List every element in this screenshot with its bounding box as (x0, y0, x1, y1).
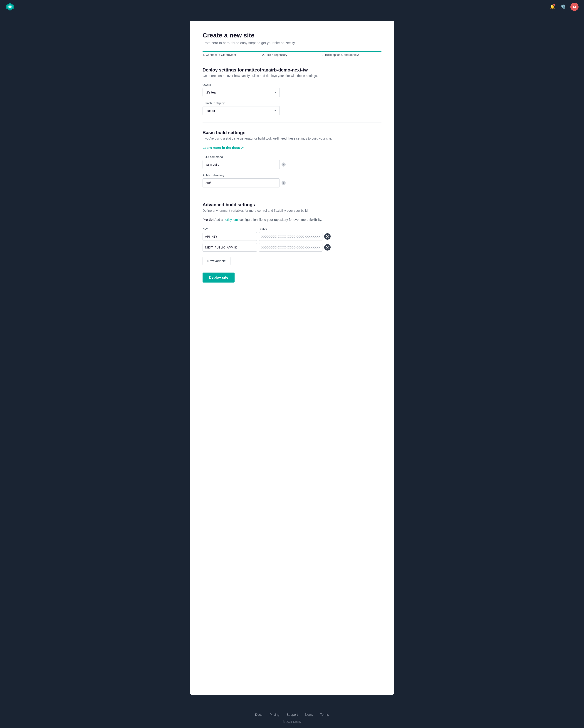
pro-tip: Pro tip! Add a netlify.toml configuratio… (203, 218, 381, 222)
basic-build-title: Basic build settings (203, 130, 381, 135)
footer-copyright: © 2021 Netlify (0, 720, 584, 724)
footer: Docs Pricing Support News Terms © 2021 N… (0, 704, 584, 728)
env-remove-btn-2[interactable] (324, 244, 331, 251)
netlify-toml-link[interactable]: netlify.toml (224, 218, 239, 222)
step-2-label: 2. Pick a repository (262, 53, 322, 56)
notification-dot (553, 4, 555, 6)
page-wrapper: Create a new site From zero to hero, thr… (0, 14, 584, 695)
logo[interactable] (5, 2, 15, 11)
build-command-input-wrapper: i (203, 160, 381, 169)
deploy-settings-desc: Get more control over how Netlify builds… (203, 74, 381, 78)
advanced-build-title: Advanced build settings (203, 202, 381, 207)
step-1-label: 1. Connect to Git provider (203, 53, 262, 56)
env-key-input-1[interactable] (203, 232, 257, 241)
branch-form-group: Branch to deploy master (203, 101, 381, 115)
header: 🔔 ⚙️ M (0, 0, 584, 14)
steps-container: 1. Connect to Git provider 2. Pick a rep… (203, 51, 381, 56)
footer-link-support[interactable]: Support (286, 713, 298, 717)
pro-tip-suffix: configuration file to your repository fo… (239, 218, 322, 222)
notification-bell-icon[interactable]: 🔔 (549, 3, 556, 10)
advanced-build-desc: Define environment variables for more co… (203, 209, 381, 212)
owner-form-group: Owner f2's team (203, 83, 381, 97)
learn-more-link[interactable]: Learn more in the docs ↗ (203, 146, 244, 150)
new-variable-wrapper: New variable (203, 254, 381, 272)
divider-1 (203, 123, 381, 123)
deploy-site-button[interactable]: Deploy site (203, 272, 234, 283)
env-value-input-1[interactable] (259, 232, 323, 241)
branch-label: Branch to deploy (203, 101, 381, 105)
pro-tip-strong: Pro tip! (203, 218, 214, 222)
basic-build-desc: If you're using a static site generator … (203, 137, 381, 140)
build-command-label: Build command (203, 155, 381, 159)
avatar[interactable]: M (570, 3, 579, 11)
close-icon-1 (326, 235, 329, 238)
env-value-input-2[interactable] (259, 243, 323, 252)
owner-select[interactable]: f2's team (203, 88, 280, 97)
deploy-settings-title: Deploy settings for matteofrana/rb-demo-… (203, 68, 381, 73)
env-row-1 (203, 232, 381, 241)
build-command-info-icon[interactable]: i (282, 162, 286, 166)
header-actions: 🔔 ⚙️ M (549, 3, 579, 11)
settings-icon[interactable]: ⚙️ (559, 3, 567, 10)
owner-label: Owner (203, 83, 381, 86)
step-3-bar (322, 51, 381, 52)
footer-link-terms[interactable]: Terms (320, 713, 329, 717)
branch-select[interactable]: master (203, 106, 280, 115)
publish-dir-form-group: Publish directory i (203, 174, 381, 187)
build-command-form-group: Build command i (203, 155, 381, 169)
publish-dir-input-wrapper: i (203, 178, 381, 187)
publish-dir-info-icon[interactable]: i (282, 181, 286, 185)
content-card: Create a new site From zero to hero, thr… (190, 21, 394, 695)
footer-link-news[interactable]: News (305, 713, 313, 717)
env-row-2 (203, 243, 381, 252)
step-2-bar (262, 51, 322, 52)
step-1-bar (203, 51, 262, 52)
step-3-label: 3. Build options, and deploy! (322, 53, 381, 56)
page-subtitle: From zero to hero, three easy steps to g… (203, 41, 381, 45)
footer-link-pricing[interactable]: Pricing (270, 713, 279, 717)
new-variable-button[interactable]: New variable (203, 257, 230, 265)
publish-dir-label: Publish directory (203, 174, 381, 177)
pro-tip-text: Add a (214, 218, 223, 222)
env-remove-btn-1[interactable] (324, 233, 331, 240)
footer-links: Docs Pricing Support News Terms (0, 713, 584, 717)
env-table-header: Key Value (203, 227, 381, 230)
value-column-label: Value (260, 227, 323, 230)
step-3: 3. Build options, and deploy! (322, 51, 381, 56)
page-title: Create a new site (203, 32, 381, 39)
footer-link-docs[interactable]: Docs (255, 713, 262, 717)
env-key-input-2[interactable] (203, 243, 257, 252)
env-rows (203, 232, 381, 252)
publish-dir-input[interactable] (203, 178, 280, 187)
deploy-button-wrapper: Deploy site (203, 272, 381, 283)
close-icon-2 (326, 246, 329, 249)
key-column-label: Key (203, 227, 257, 230)
build-command-input[interactable] (203, 160, 280, 169)
step-2: 2. Pick a repository (262, 51, 322, 56)
step-1: 1. Connect to Git provider (203, 51, 262, 56)
